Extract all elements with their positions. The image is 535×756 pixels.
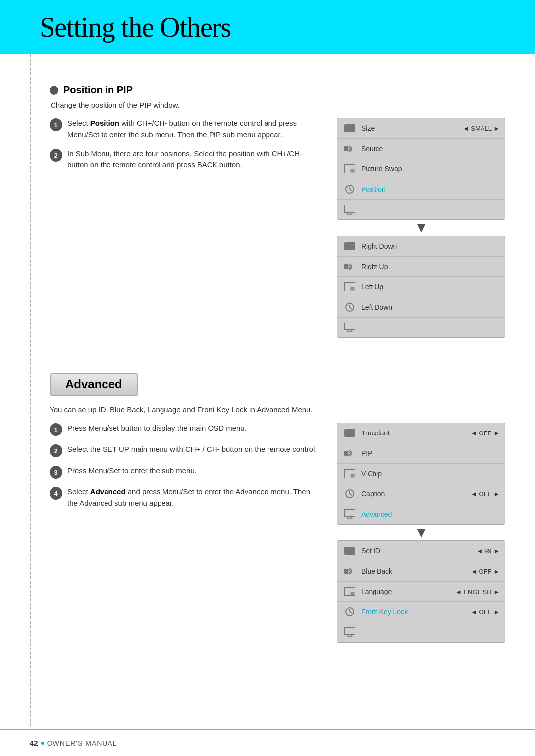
- picture-icon-2: [342, 239, 357, 254]
- pip-content-area: 1 Select Position with CH+/CH- button on…: [50, 118, 505, 338]
- advanced-header-box: Advanced: [50, 373, 138, 396]
- svg-line-28: [350, 494, 352, 495]
- page-footer: 42 OWNER'S MANUAL: [0, 729, 535, 756]
- advanced-step-4-text: Select Advanced and press Menu/Set to en…: [67, 486, 317, 509]
- pip-menu-row-left-down: Left Down: [337, 297, 505, 318]
- pip-step-1-num: 1: [50, 118, 62, 131]
- adv-menu-caption-value: ◄ OFF ►: [471, 490, 500, 498]
- svg-rect-34: [344, 569, 348, 574]
- pip-menu-picture-swap-label: Picture Swap: [361, 165, 500, 173]
- adv-menu-vchip-label: V-Chip: [361, 470, 500, 478]
- advanced-step-4: 4 Select Advanced and press Menu/Set to …: [50, 486, 317, 509]
- sound-icon-2: [342, 259, 357, 274]
- clock-icon-1: [342, 182, 357, 197]
- pip-step-1: 1 Select Position with CH+/CH- button on…: [50, 118, 317, 140]
- pip-arrow-down: ▼: [337, 221, 505, 235]
- picture-icon-3: [342, 426, 357, 440]
- main-content: Position in PIP Change the position of t…: [0, 54, 535, 672]
- svg-line-39: [350, 612, 352, 613]
- adv-menu-row-vchip: V-Chip: [337, 464, 505, 484]
- advanced-step-3-num: 3: [50, 466, 62, 479]
- adv-menu-row-blueback: Blue Back ◄ OFF ►: [337, 561, 505, 582]
- pip-menu-row-right-up: Right Up: [337, 257, 505, 277]
- pip-menu-left-down-label: Left Down: [361, 303, 500, 311]
- adv-menu-row-frontkeylock: Front Key Lock ◄ OFF ►: [337, 602, 505, 622]
- pip-menu-row-tv-2: [337, 318, 505, 337]
- advanced-section: Advanced You can se up ID, Blue Back, La…: [50, 358, 505, 643]
- pip-menu-row-size: Size ◄ SMALL ►: [337, 118, 505, 139]
- pip-menu-source-label: Source: [361, 145, 500, 153]
- adv-menu-row-language: Language ◄ ENGLISH ►: [337, 582, 505, 602]
- pip-menu-row-source: Source: [337, 139, 505, 159]
- adv-menu-row-tv-4: [337, 622, 505, 642]
- pip-bullet-icon: [50, 86, 58, 95]
- pip-menu-size-value: ◄ SMALL ►: [463, 125, 500, 132]
- svg-rect-33: [344, 547, 355, 555]
- pip-step-2-num: 2: [50, 149, 62, 162]
- pip-description: Change the position of the PIP window.: [51, 101, 505, 109]
- clock-icon-4: [342, 604, 357, 619]
- pip-menu-position-label: Position: [361, 185, 500, 193]
- picture-icon-4: [342, 543, 357, 558]
- pip-menu-panel-2: Right Down Right Up: [337, 236, 505, 338]
- pip-icon-4: [342, 584, 357, 599]
- adv-menu-setid-label: Set ID: [361, 547, 477, 555]
- pip-menu-row-right-down: Right Down: [337, 236, 505, 257]
- svg-rect-12: [344, 264, 348, 269]
- pip-menus-column: Size ◄ SMALL ► Source: [337, 118, 505, 338]
- svg-rect-14: [351, 287, 354, 290]
- adv-menu-row-setid: Set ID ◄ 99 ►: [337, 541, 505, 561]
- advanced-arrow-down: ▼: [337, 526, 505, 540]
- advanced-step-2-text: Select the SET UP main menu with CH+ / C…: [67, 444, 317, 455]
- pip-icon-3: [342, 466, 357, 481]
- advanced-menu-panel-2: Set ID ◄ 99 ► Blue Back ◄ OFF ►: [337, 540, 505, 643]
- footer-dot-separator: [41, 742, 44, 745]
- tv-icon-1: [342, 202, 357, 217]
- pip-icon: [342, 162, 357, 176]
- svg-rect-3: [351, 169, 354, 172]
- tv-icon-4: [342, 625, 357, 640]
- pip-step-2-text: In Sub Menu, there are four positions. S…: [67, 148, 317, 170]
- adv-menu-setid-value: ◄ 99 ►: [477, 547, 500, 555]
- clock-icon-3: [342, 486, 357, 501]
- svg-rect-22: [344, 429, 355, 437]
- advanced-description: You can se up ID, Blue Back, Language an…: [50, 405, 505, 414]
- pip-menu-left-up-label: Left Up: [361, 283, 500, 291]
- page-header: Setting the Others: [0, 0, 535, 54]
- pip-menu-row-tv: [337, 200, 505, 219]
- adv-menu-pip-label: PIP: [361, 449, 500, 457]
- sound-icon: [342, 141, 357, 156]
- adv-menu-trucelant-label: Trucelant: [361, 429, 471, 437]
- advanced-step-3-text: Press Menu/Set to enter the sub menu.: [67, 465, 197, 477]
- advanced-menu-panel-1: Trucelant ◄ OFF ► PIP: [337, 423, 505, 525]
- adv-menu-row-advanced: Advanced: [337, 504, 505, 524]
- pip-step-1-text: Select Position with CH+/CH- button on t…: [67, 118, 317, 140]
- footer-page-number: 42: [30, 739, 38, 747]
- pip-menu-panel-1: Size ◄ SMALL ► Source: [337, 118, 505, 220]
- advanced-step-1-text: Press Menu/set button to display the mai…: [67, 423, 247, 434]
- adv-menu-language-value: ◄ ENGLISH ►: [455, 588, 500, 595]
- pip-menu-row-position: Position: [337, 179, 505, 200]
- advanced-content-area: 1 Press Menu/set button to display the m…: [50, 423, 505, 643]
- sound-icon-4: [342, 564, 357, 579]
- pip-section-heading: Position in PIP: [50, 84, 505, 96]
- pip-menu-right-down-label: Right Down: [361, 242, 500, 250]
- adv-menu-caption-label: Caption: [361, 490, 471, 498]
- adv-menu-row-caption: Caption ◄ OFF ►: [337, 484, 505, 504]
- page-title: Setting the Others: [40, 11, 231, 43]
- advanced-step-2-num: 2: [50, 444, 62, 457]
- pip-icon-2: [342, 279, 357, 294]
- tv-icon-3: [342, 507, 357, 522]
- adv-menu-trucelant-value: ◄ OFF ►: [471, 430, 500, 437]
- pip-heading-text: Position in PIP: [63, 84, 133, 96]
- advanced-heading-text: Advanced: [65, 378, 122, 391]
- svg-rect-11: [344, 242, 355, 250]
- pip-menu-right-up-label: Right Up: [361, 263, 500, 270]
- advanced-step-1-num: 1: [50, 423, 62, 436]
- clock-icon-2: [342, 300, 357, 315]
- adv-menu-blueback-value: ◄ OFF ►: [471, 568, 500, 575]
- advanced-menus-column: Trucelant ◄ OFF ► PIP: [337, 423, 505, 643]
- svg-rect-36: [351, 592, 354, 595]
- picture-icon: [342, 121, 357, 136]
- svg-rect-1: [344, 146, 348, 151]
